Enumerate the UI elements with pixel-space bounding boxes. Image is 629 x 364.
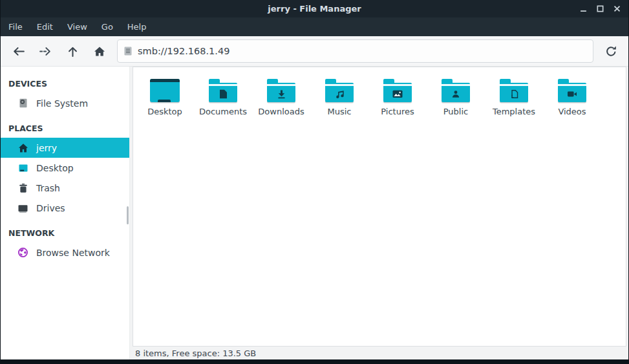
sidebar-header-places: PLACES	[1, 118, 129, 138]
sidebar-item-label: Drives	[36, 203, 65, 213]
content-area: DEVICES File System PLACES jerry	[1, 67, 628, 359]
sidebar-item-browse-network[interactable]: Browse Network	[1, 242, 129, 262]
home-icon	[94, 46, 105, 57]
folder-music-icon	[325, 75, 354, 102]
file-label: Music	[328, 107, 352, 116]
reload-button[interactable]	[600, 38, 622, 64]
up-button[interactable]	[59, 38, 86, 64]
titlebar[interactable]: jerry - File Manager	[1, 0, 628, 17]
menu-file[interactable]: File	[1, 17, 30, 36]
trash-icon	[17, 182, 28, 193]
sidebar-item-label: Desktop	[36, 163, 74, 173]
up-icon	[67, 46, 78, 57]
file-label: Videos	[558, 107, 586, 116]
file-item-documents[interactable]: Documents	[194, 75, 252, 127]
folder-documents-icon	[208, 75, 238, 102]
window-controls	[577, 0, 623, 17]
file-item-pictures[interactable]: Pictures	[368, 75, 427, 127]
statusbar: 8 items, Free space: 13.5 GB	[133, 347, 626, 359]
file-item-desktop[interactable]: Desktop	[136, 75, 194, 127]
folder-downloads-icon	[266, 75, 296, 102]
location-file-icon	[124, 47, 132, 56]
desktop-icon	[17, 162, 28, 173]
desktop-icon	[150, 75, 180, 102]
file-label: Public	[443, 107, 468, 116]
drives-icon	[17, 202, 28, 213]
folder-pictures-icon	[383, 75, 412, 102]
close-icon[interactable]	[610, 3, 623, 16]
filesystem-drive-icon	[17, 98, 28, 109]
address-bar[interactable]: smb://192.168.1.49	[117, 39, 593, 63]
status-text: 8 items, Free space: 13.5 GB	[135, 348, 256, 358]
main-wrap: Desktop Documents	[130, 67, 628, 359]
reload-icon	[605, 45, 617, 58]
back-button[interactable]	[5, 38, 32, 64]
sidebar-item-file-system[interactable]: File System	[1, 93, 129, 113]
sidebar-item-label: Trash	[36, 183, 60, 193]
file-label: Desktop	[147, 107, 182, 116]
menu-view[interactable]: View	[60, 17, 94, 36]
file-item-public[interactable]: Public	[427, 75, 485, 127]
sidebar-item-label: jerry	[36, 143, 57, 153]
file-label: Templates	[493, 107, 535, 116]
minimize-icon[interactable]	[577, 3, 590, 16]
forward-icon	[39, 46, 52, 57]
maximize-icon[interactable]	[593, 3, 606, 16]
sidebar-header-devices: DEVICES	[1, 74, 129, 93]
folder-videos-icon	[557, 75, 587, 102]
sidebar-item-label: Browse Network	[36, 248, 110, 258]
window-title: jerry - File Manager	[268, 4, 361, 14]
file-item-music[interactable]: Music	[310, 75, 368, 127]
address-text: smb://192.168.1.49	[138, 46, 229, 56]
folder-templates-icon	[499, 75, 529, 102]
menu-edit[interactable]: Edit	[30, 17, 60, 36]
folder-public-icon	[441, 75, 471, 102]
file-label: Downloads	[258, 107, 304, 116]
sidebar-scrollbar[interactable]	[127, 206, 129, 224]
sidebar-item-desktop[interactable]: Desktop	[1, 158, 129, 178]
menubar: File Edit View Go Help	[1, 17, 628, 36]
file-item-videos[interactable]: Videos	[543, 75, 601, 127]
menu-help[interactable]: Help	[120, 17, 154, 36]
sidebar-item-label: File System	[36, 98, 88, 109]
network-globe-icon	[17, 247, 28, 258]
toolbar: smb://192.168.1.49	[1, 36, 628, 67]
file-item-templates[interactable]: Templates	[485, 75, 543, 127]
back-icon	[12, 46, 25, 57]
sidebar-item-jerry[interactable]: jerry	[1, 138, 129, 158]
file-item-downloads[interactable]: Downloads	[252, 75, 310, 127]
file-view[interactable]: Desktop Documents	[133, 67, 626, 347]
file-label: Pictures	[381, 107, 414, 116]
sidebar-item-drives[interactable]: Drives	[1, 198, 129, 218]
sidebar: DEVICES File System PLACES jerry	[1, 67, 130, 359]
file-manager-window: jerry - File Manager File Edit View Go H…	[0, 0, 629, 364]
file-label: Documents	[199, 107, 247, 116]
home-button[interactable]	[86, 38, 113, 64]
forward-button[interactable]	[32, 38, 59, 64]
home-icon	[17, 142, 28, 153]
sidebar-item-trash[interactable]: Trash	[1, 178, 129, 198]
sidebar-header-network: NETWORK	[1, 223, 129, 242]
menu-go[interactable]: Go	[94, 17, 120, 36]
